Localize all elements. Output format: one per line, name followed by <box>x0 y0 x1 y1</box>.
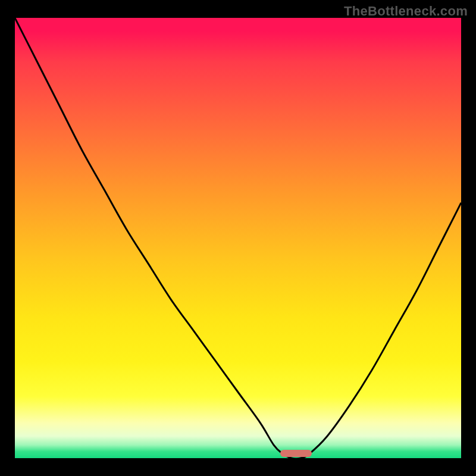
chart-container: TheBottleneck.com <box>0 0 476 476</box>
watermark-text: TheBottleneck.com <box>344 4 468 19</box>
curve-line <box>15 18 461 458</box>
bottleneck-curve <box>15 18 461 458</box>
plot-area <box>15 18 461 458</box>
minimum-marker <box>280 450 312 457</box>
